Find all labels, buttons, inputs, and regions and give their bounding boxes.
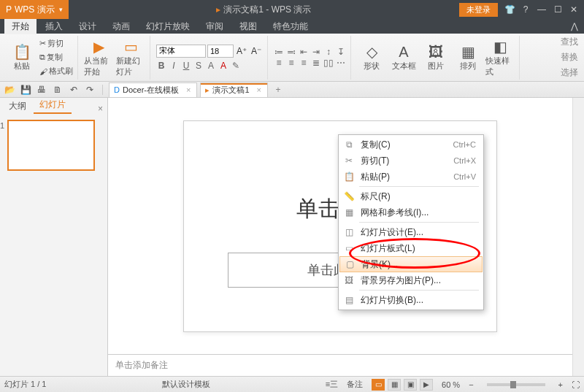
numbering-button[interactable]: ≕	[286, 47, 296, 56]
skin-icon[interactable]: 👕	[502, 4, 517, 15]
redo-icon[interactable]: ↷	[83, 85, 96, 95]
underline-button[interactable]: U	[181, 61, 191, 71]
decrease-font-icon[interactable]: A⁻	[250, 46, 263, 56]
cut-button[interactable]: ✂剪切	[39, 38, 73, 49]
spellcheck-icon[interactable]: ≡三	[326, 379, 338, 390]
indent-dec-button[interactable]: ⇤	[299, 47, 309, 56]
slides-tab[interactable]: 幻灯片	[34, 97, 72, 114]
save-icon[interactable]: 💾	[19, 85, 32, 95]
replace-button[interactable]: 替换	[561, 51, 578, 64]
strike-button[interactable]: S	[193, 61, 204, 71]
normal-view-button[interactable]: ▭	[372, 379, 385, 391]
tab-view[interactable]: 视图	[232, 19, 264, 34]
format-painter-button[interactable]: 🖌格式刷	[39, 66, 73, 77]
tab-start[interactable]: 开始	[4, 19, 36, 34]
document-icon: ▸	[216, 4, 220, 15]
slideshow-view-button[interactable]: ▶	[420, 379, 433, 391]
align-left-button[interactable]: ≡	[274, 58, 284, 67]
play-icon: ▶	[93, 38, 104, 55]
align-justify-button[interactable]: ≣	[311, 58, 321, 67]
menu-ruler[interactable]: 📏标尺(R)	[339, 188, 483, 204]
menu-grid[interactable]: ▦网格和参考线(I)...	[339, 204, 483, 220]
minimize-button[interactable]: —	[534, 4, 549, 15]
menu-save-bg[interactable]: 🖼背景另存为图片(P)...	[339, 272, 483, 288]
outline-tab[interactable]: 大纲	[3, 99, 32, 114]
menu-cut[interactable]: ✂剪切(T)Ctrl+X	[339, 153, 483, 169]
increase-font-icon[interactable]: A⁺	[235, 46, 248, 56]
app-menu-button[interactable]: P WPS 演示 ▾	[0, 0, 69, 19]
ribbon-tabs: 开始 插入 设计 动画 幻灯片放映 审阅 视图 特色功能 ⋀	[0, 19, 584, 34]
print-icon[interactable]: 🖶	[35, 85, 48, 95]
bullets-button[interactable]: ≔	[274, 47, 284, 56]
line-spacing-button[interactable]: ↕	[323, 47, 334, 56]
slide-thumbnail[interactable]: 1	[7, 120, 95, 171]
undo-icon[interactable]: ↶	[67, 85, 80, 95]
close-tab-icon[interactable]: ×	[257, 85, 261, 94]
reading-view-button[interactable]: ▣	[404, 379, 417, 391]
text-direction-button[interactable]: ↧	[336, 47, 346, 56]
arrange-button[interactable]: ▦排列	[453, 37, 483, 78]
paste-icon: 📋	[343, 172, 355, 182]
bold-button[interactable]: B	[156, 61, 166, 71]
shadow-button[interactable]: A	[206, 61, 216, 71]
transition-icon: ▤	[343, 295, 355, 305]
close-tab-icon[interactable]: ×	[186, 85, 191, 94]
menu-background[interactable]: ▢背景(K)...	[339, 256, 483, 272]
doc-tab-presentation[interactable]: ▸ 演示文稿1 ×	[200, 82, 268, 97]
ribbon-help-icon[interactable]: ⋀	[571, 21, 578, 31]
columns-button[interactable]: ▯▯	[323, 58, 334, 67]
tab-design[interactable]: 设计	[72, 19, 104, 34]
cut-icon: ✂	[343, 155, 355, 166]
zoom-percent[interactable]: 60 %	[442, 380, 460, 389]
open-icon[interactable]: 📂	[3, 85, 16, 95]
close-button[interactable]: ✕	[566, 4, 581, 15]
notes-toggle[interactable]: 备注	[347, 379, 363, 390]
menu-paste[interactable]: 📋粘贴(P)Ctrl+V	[339, 169, 483, 185]
find-button[interactable]: 查找	[561, 36, 578, 48]
from-current-button[interactable]: ▶ 从当前开始	[84, 37, 113, 78]
new-slide-button[interactable]: ▭ 新建幻灯片	[116, 37, 145, 78]
help-icon[interactable]: ?	[518, 4, 533, 15]
vertical-scrollbar[interactable]	[572, 98, 584, 376]
print-preview-icon[interactable]: 🗎	[51, 85, 64, 95]
align-right-button[interactable]: ≡	[299, 58, 309, 67]
window-title: ▸ 演示文稿1 - WPS 演示	[69, 4, 459, 16]
quick-style-button[interactable]: ◧快速样式	[485, 37, 515, 78]
zoom-slider[interactable]	[487, 383, 545, 386]
notes-pane[interactable]: 单击添加备注	[108, 354, 572, 376]
add-tab-button[interactable]: +	[271, 85, 285, 95]
doc-tab-docer[interactable]: D Docer-在线模板 ×	[109, 82, 197, 97]
tab-slideshow[interactable]: 幻灯片放映	[139, 19, 197, 34]
fit-button[interactable]: ⛶	[572, 380, 580, 389]
menu-transition[interactable]: ▤幻灯片切换(B)...	[339, 292, 483, 308]
zoom-thumb[interactable]	[510, 381, 516, 388]
tab-review[interactable]: 审阅	[199, 19, 231, 34]
close-panel-icon[interactable]: ×	[98, 104, 103, 114]
zoom-in-button[interactable]: +	[558, 380, 563, 389]
side-tabs: 大纲 幻灯片 ×	[0, 98, 107, 114]
tab-special[interactable]: 特色功能	[266, 19, 315, 34]
tab-insert[interactable]: 插入	[38, 19, 70, 34]
picture-button[interactable]: 🖼图片	[421, 37, 450, 78]
select-button[interactable]: 选择	[561, 66, 578, 79]
login-button[interactable]: 未登录	[459, 3, 498, 17]
maximize-button[interactable]: ☐	[550, 4, 565, 15]
highlight-button[interactable]: ✎	[231, 61, 241, 71]
menu-copy[interactable]: ⧉复制(C)Ctrl+C	[339, 137, 483, 153]
font-size-select[interactable]	[207, 45, 234, 58]
font-color-button[interactable]: A	[218, 61, 228, 71]
textbox-button[interactable]: A文本框	[389, 37, 418, 78]
zoom-out-button[interactable]: −	[469, 380, 473, 389]
sorter-view-button[interactable]: ▦	[388, 379, 401, 391]
copy-button[interactable]: ⧉复制	[39, 52, 73, 63]
shape-button[interactable]: ◇形状	[357, 37, 386, 78]
menu-slide-design[interactable]: ◫幻灯片设计(E)...	[339, 224, 483, 240]
indent-inc-button[interactable]: ⇥	[311, 47, 321, 56]
paste-button[interactable]: 📋 粘贴	[7, 37, 36, 78]
italic-button[interactable]: I	[169, 61, 179, 71]
tab-animation[interactable]: 动画	[105, 19, 137, 34]
align-more-button[interactable]: ⋯	[336, 58, 346, 67]
font-name-select[interactable]	[156, 45, 206, 58]
align-center-button[interactable]: ≡	[286, 58, 296, 67]
menu-slide-layout[interactable]: ▭幻灯片板式(L)	[339, 240, 483, 256]
